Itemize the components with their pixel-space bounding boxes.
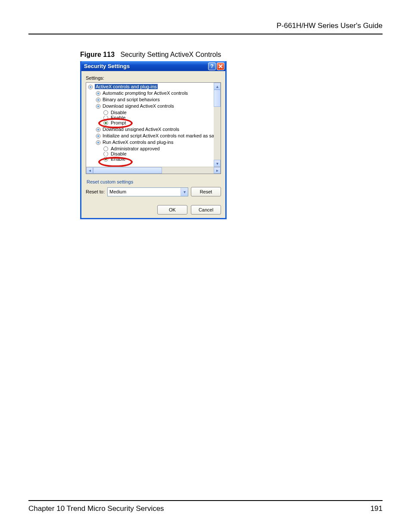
cancel-button[interactable]: Cancel bbox=[191, 205, 221, 215]
tree-item[interactable]: Run ActiveX controls and plug-ins bbox=[103, 139, 173, 146]
radio-admin[interactable] bbox=[103, 146, 108, 151]
dialog-title: Security Settings bbox=[84, 63, 207, 69]
footer-chapter: Chapter 10 Trend Micro Security Services bbox=[28, 504, 164, 513]
scroll-thumb[interactable] bbox=[214, 90, 221, 107]
scroll-thumb[interactable] bbox=[93, 167, 162, 174]
reset-button[interactable]: Reset bbox=[191, 187, 221, 196]
document-header: P-661H/HW Series User's Guide bbox=[28, 22, 383, 34]
tree-item[interactable]: Automatic prompting for ActiveX controls bbox=[103, 90, 188, 96]
gear-icon bbox=[96, 127, 101, 132]
tree-root[interactable]: ActiveX controls and plug-ins bbox=[95, 84, 158, 90]
gear-icon bbox=[88, 84, 93, 90]
security-settings-dialog: Security Settings ? Settings: ActiveX co… bbox=[80, 61, 227, 219]
reset-level-combobox[interactable]: Medium ▾ bbox=[107, 187, 188, 196]
gear-icon bbox=[96, 134, 101, 139]
figure-number: Figure 113 bbox=[80, 51, 115, 58]
radio-label: Administrator approved bbox=[111, 146, 160, 152]
radio-prompt[interactable] bbox=[103, 121, 108, 125]
dialog-titlebar[interactable]: Security Settings ? bbox=[81, 61, 225, 71]
figure-caption: Figure 113 Security Setting ActiveX Cont… bbox=[80, 51, 383, 59]
svg-point-9 bbox=[97, 129, 99, 131]
footer-page-number: 191 bbox=[371, 504, 383, 513]
radio-disable[interactable] bbox=[103, 152, 108, 156]
scroll-right-button[interactable]: ▸ bbox=[214, 167, 221, 174]
svg-point-13 bbox=[97, 142, 99, 143]
tree-item[interactable]: Initialize and script ActiveX controls n… bbox=[103, 133, 218, 139]
reset-to-label: Reset to: bbox=[86, 189, 105, 194]
tree-item[interactable]: Download signed ActiveX controls bbox=[103, 103, 174, 109]
radio-enable[interactable] bbox=[103, 157, 108, 162]
gear-icon bbox=[96, 140, 101, 145]
svg-point-3 bbox=[97, 93, 99, 94]
vertical-scrollbar[interactable]: ▴ ▾ bbox=[214, 83, 221, 167]
horizontal-scrollbar[interactable]: ◂ ▸ bbox=[86, 167, 221, 174]
tree-item[interactable]: Binary and script behaviors bbox=[103, 96, 160, 103]
tree-item[interactable]: Download unsigned ActiveX controls bbox=[103, 126, 179, 133]
radio-disable[interactable] bbox=[103, 110, 108, 115]
scroll-up-button[interactable]: ▴ bbox=[214, 83, 221, 90]
figure-title: Security Setting ActiveX Controls bbox=[120, 51, 221, 58]
radio-label: Disable bbox=[111, 152, 127, 156]
svg-point-11 bbox=[97, 135, 99, 137]
gear-icon bbox=[96, 104, 101, 109]
settings-label: Settings: bbox=[86, 75, 221, 81]
gear-icon bbox=[96, 91, 101, 96]
radio-label: Enable bbox=[111, 156, 125, 162]
scroll-down-button[interactable]: ▾ bbox=[214, 160, 221, 167]
radio-label: Prompt bbox=[111, 120, 126, 126]
svg-point-5 bbox=[97, 99, 99, 101]
scroll-left-button[interactable]: ◂ bbox=[86, 167, 93, 174]
svg-point-1 bbox=[90, 86, 91, 88]
help-button[interactable]: ? bbox=[208, 62, 216, 70]
ok-button[interactable]: OK bbox=[157, 205, 187, 215]
radio-enable[interactable] bbox=[103, 116, 108, 120]
gear-icon bbox=[96, 97, 101, 103]
radio-label: Disable bbox=[111, 109, 127, 116]
combo-value: Medium bbox=[109, 189, 126, 194]
svg-point-7 bbox=[97, 106, 99, 107]
settings-tree[interactable]: ActiveX controls and plug-ins Automatic … bbox=[86, 82, 221, 174]
reset-group-label: Reset custom settings bbox=[87, 179, 221, 184]
close-button[interactable] bbox=[217, 62, 224, 70]
chevron-down-icon[interactable]: ▾ bbox=[181, 188, 188, 196]
radio-label: Enable bbox=[111, 116, 125, 120]
